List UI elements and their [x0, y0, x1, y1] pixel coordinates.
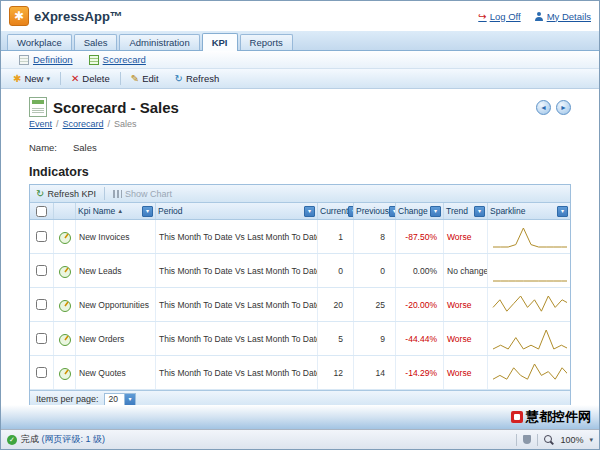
table-row[interactable]: New Invoices This Month To Date Vs Last …	[30, 220, 570, 254]
change-value-cell: -87.50%	[396, 220, 444, 253]
sparkline-chart	[491, 325, 567, 353]
main-tabstrip: Workplace Sales Administration KPI Repor…	[1, 31, 599, 51]
record-navigation: ◄ ►	[536, 100, 571, 115]
sparkline-cell	[488, 220, 570, 253]
kpi-gauge-icon	[58, 264, 72, 278]
refresh-kpi-button[interactable]: ↻ Refresh KPI	[36, 189, 96, 199]
filter-button[interactable]: ▾	[430, 206, 441, 217]
status-text: 完成	[21, 433, 39, 446]
next-record-button[interactable]: ►	[556, 100, 571, 115]
column-header-period[interactable]: Period ▾	[156, 203, 318, 219]
refresh-button[interactable]: ↻ Refresh	[169, 71, 226, 86]
row-select-cell	[30, 356, 54, 389]
column-header-sparkline[interactable]: Sparkline ▾	[488, 203, 570, 219]
change-value-cell: -44.44%	[396, 322, 444, 355]
previous-value-cell: 14	[354, 356, 396, 389]
subnav-definition-link[interactable]: Definition	[19, 54, 73, 65]
trend-cell: No change	[444, 254, 488, 287]
sparkline-cell	[488, 322, 570, 355]
name-label: Name:	[29, 142, 57, 153]
show-chart-button[interactable]: Show Chart	[113, 189, 172, 199]
new-label: New	[24, 73, 43, 84]
tab-sales[interactable]: Sales	[74, 34, 118, 50]
filter-button[interactable]: ▾	[304, 206, 315, 217]
page-rating-link[interactable]: (网页评级: 1 级)	[42, 433, 106, 446]
row-checkbox[interactable]	[36, 333, 47, 344]
delete-button[interactable]: ✕ Delete	[65, 71, 116, 86]
grid-toolbar: ↻ Refresh KPI Show Chart	[30, 185, 570, 203]
delete-label: Delete	[82, 73, 109, 84]
row-icon-cell	[54, 322, 76, 355]
column-header-change[interactable]: Change ▾	[396, 203, 444, 219]
tab-administration[interactable]: Administration	[119, 34, 199, 50]
name-field-row: Name: Sales	[29, 142, 571, 153]
page-size-select[interactable]: 20 ▾	[104, 393, 136, 406]
tab-kpi[interactable]: KPI	[202, 33, 238, 51]
grid-toolbar-separator	[104, 187, 105, 200]
my-details-link[interactable]: My Details	[535, 11, 591, 22]
table-row[interactable]: New Leads This Month To Date Vs Last Mon…	[30, 254, 570, 288]
breadcrumb-scorecard-link[interactable]: Scorecard	[63, 119, 104, 129]
log-off-link[interactable]: ↪ Log Off	[478, 11, 520, 22]
previous-record-button[interactable]: ◄	[536, 100, 551, 115]
show-chart-label: Show Chart	[125, 189, 172, 199]
browser-window: ✱ eXpressApp™ ↪ Log Off My Details Workp…	[0, 0, 600, 450]
table-row[interactable]: New Orders This Month To Date Vs Last Mo…	[30, 322, 570, 356]
period-cell: This Month To Date Vs Last Month To Date	[156, 254, 318, 287]
log-off-label: Log Off	[490, 11, 521, 22]
name-value: Sales	[73, 142, 97, 153]
sparkline-chart	[491, 257, 567, 285]
row-checkbox[interactable]	[36, 367, 47, 378]
my-details-label: My Details	[547, 11, 591, 22]
page-heading-row: Scorecard - Sales ◄ ►	[29, 97, 571, 117]
breadcrumb-event-link[interactable]: Event	[29, 119, 52, 129]
trend-cell: Worse	[444, 220, 488, 253]
column-header-current[interactable]: Current ▾	[318, 203, 354, 219]
period-cell: This Month To Date Vs Last Month To Date	[156, 288, 318, 321]
subnav-scorecard-link[interactable]: Scorecard	[89, 54, 146, 65]
column-header-kpi-name[interactable]: Kpi Name ▲ ▾	[76, 203, 156, 219]
person-icon	[535, 12, 544, 21]
row-checkbox[interactable]	[36, 265, 47, 276]
change-value-cell: 0.00%	[396, 254, 444, 287]
select-all-checkbox[interactable]	[36, 206, 47, 217]
row-select-cell	[30, 288, 54, 321]
indicators-grid: ↻ Refresh KPI Show Chart Kpi Name ▲ ▾	[29, 184, 571, 405]
page-size-dropdown-icon[interactable]: ▾	[124, 394, 135, 405]
table-row[interactable]: New Quotes This Month To Date Vs Last Mo…	[30, 356, 570, 390]
filter-button[interactable]: ▾	[474, 206, 485, 217]
chart-icon	[113, 190, 122, 198]
table-row[interactable]: New Opportunities This Month To Date Vs …	[30, 288, 570, 322]
items-per-page-label: Items per page:	[36, 394, 99, 404]
kpi-name-cell: New Quotes	[76, 356, 156, 389]
row-icon-cell	[54, 254, 76, 287]
record-toolbar: ✱ New ▾ ✕ Delete ✎ Edit ↻ Refresh	[1, 69, 599, 89]
current-value-cell: 5	[318, 322, 354, 355]
grid-pager: Items per page: 20 ▾	[30, 390, 570, 405]
current-value-cell: 20	[318, 288, 354, 321]
app-logo-icon: ✱	[9, 6, 29, 26]
column-header-trend[interactable]: Trend ▾	[444, 203, 488, 219]
tab-workplace[interactable]: Workplace	[7, 34, 72, 50]
period-cell: This Month To Date Vs Last Month To Date	[156, 322, 318, 355]
filter-button[interactable]: ▾	[142, 206, 153, 217]
sparkline-cell	[488, 288, 570, 321]
trend-cell: Worse	[444, 322, 488, 355]
header-links: ↪ Log Off My Details	[478, 11, 591, 22]
scorecard-page-icon	[29, 97, 47, 117]
filter-button[interactable]: ▾	[389, 206, 396, 217]
new-button[interactable]: ✱ New ▾	[7, 71, 56, 86]
period-cell: This Month To Date Vs Last Month To Date	[156, 220, 318, 253]
sparkline-chart	[491, 223, 567, 251]
zoom-dropdown-icon[interactable]: ▾	[589, 436, 593, 444]
zoom-level[interactable]: 100%	[560, 435, 583, 445]
edit-button[interactable]: ✎ Edit	[125, 71, 165, 86]
breadcrumb-current: Sales	[114, 119, 137, 129]
kpi-gauge-icon	[58, 366, 72, 380]
row-checkbox[interactable]	[36, 231, 47, 242]
row-checkbox[interactable]	[36, 299, 47, 310]
tab-reports[interactable]: Reports	[240, 34, 293, 50]
filter-button[interactable]: ▾	[557, 206, 568, 217]
column-header-previous[interactable]: Previous ▾	[354, 203, 396, 219]
page-title: Scorecard - Sales	[53, 99, 179, 116]
